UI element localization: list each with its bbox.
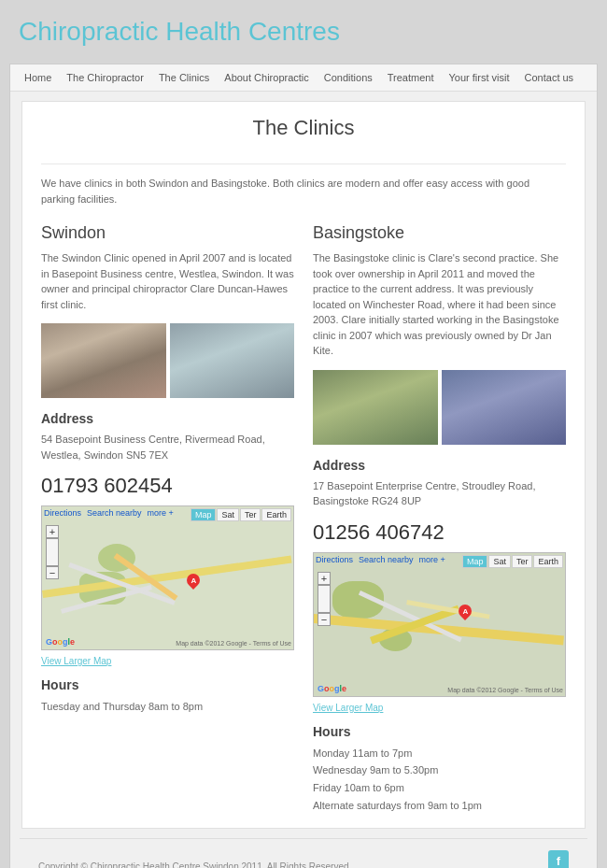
basingstoke-sat-btn[interactable]: Sat: [488, 555, 511, 568]
basingstoke-map: Map Sat Ter Earth Directions Search near…: [313, 552, 566, 697]
nav-about[interactable]: About Chiropractic: [224, 72, 309, 83]
swindon-map: Map Sat Ter Earth Directions Search near…: [41, 505, 294, 650]
basingstoke-photos: [313, 370, 566, 445]
page-heading: The Clinics: [41, 116, 566, 149]
swindon-phone: 01793 602454: [41, 474, 294, 498]
swindon-hours: Tuesday and Thursday 8am to 8pm: [41, 698, 294, 716]
basingstoke-map-toolbar: Map Sat Ter Earth: [462, 555, 563, 568]
basingstoke-map-directions: Directions Search nearby more +: [316, 555, 445, 564]
nav-first-visit[interactable]: Your first visit: [449, 72, 510, 83]
basingstoke-map-bg: A Google Map data ©2012 Google - Terms o…: [314, 553, 565, 696]
basingstoke-view-larger-map[interactable]: View Larger Map: [313, 703, 566, 713]
swindon-more-link[interactable]: more +: [148, 508, 174, 518]
basingstoke-hours-line-3: Friday 10am to 6pm: [313, 782, 404, 793]
swindon-sat-btn[interactable]: Sat: [217, 508, 239, 521]
basingstoke-zoom-controls: + −: [318, 572, 331, 626]
nav-bar: Home The Chiropractor The Clinics About …: [10, 64, 597, 92]
footer: Copyright © Chiropractic Health Centre S…: [20, 838, 587, 868]
intro-text: We have clinics in both Swindon and Basi…: [41, 176, 566, 206]
basingstoke-hours-heading: Hours: [313, 724, 566, 739]
swindon-name: Swindon: [41, 223, 294, 243]
swindon-section: Swindon The Swindon Clinic opened in Apr…: [41, 223, 294, 814]
footer-right: f Web Design Oxfordshire by Podium Studi…: [405, 850, 569, 868]
swindon-address: 54 Basepoint Business Centre, Rivermead …: [41, 432, 294, 462]
basingstoke-photo-1: [313, 370, 438, 445]
main-container: Home The Chiropractor The Clinics About …: [9, 64, 598, 868]
swindon-map-data: Map data ©2012 Google - Terms of Use: [176, 640, 291, 647]
swindon-zoom-in[interactable]: +: [46, 525, 59, 538]
swindon-map-bg: A Google Map data ©2012 Google - Terms o…: [42, 506, 293, 649]
basingstoke-zoom-bar[interactable]: [318, 585, 331, 613]
basingstoke-hours-line-2: Wednesday 9am to 5.30pm: [313, 764, 438, 776]
swindon-map-directions: Directions Search nearby more +: [44, 508, 174, 518]
facebook-icon[interactable]: f: [548, 850, 569, 868]
clinics-grid: Swindon The Swindon Clinic opened in Apr…: [41, 223, 566, 814]
swindon-ter-btn[interactable]: Ter: [240, 508, 261, 521]
nav-home[interactable]: Home: [24, 72, 51, 83]
basingstoke-hours-line-4: Alternate saturdays from 9am to 1pm: [313, 800, 482, 811]
nav-conditions[interactable]: Conditions: [324, 72, 373, 83]
basingstoke-map-data: Map data ©2012 Google - Terms of Use: [447, 687, 563, 693]
basingstoke-description: The Basingstoke clinic is Clare's second…: [313, 250, 566, 359]
footer-copyright: Copyright © Chiropractic Health Centre S…: [38, 861, 351, 868]
nav-contact[interactable]: Contact us: [525, 72, 574, 83]
basingstoke-hours-line-1: Monday 11am to 7pm: [313, 747, 412, 759]
site-title: Chiropractic Health Centres: [19, 17, 588, 47]
swindon-hours-heading: Hours: [41, 677, 294, 692]
basingstoke-marker-badge: A: [456, 602, 474, 620]
swindon-google-logo: Google: [46, 637, 75, 647]
header: Chiropractic Health Centres: [0, 0, 607, 64]
nav-clinics[interactable]: The Clinics: [159, 72, 209, 83]
swindon-map-btn[interactable]: Map: [191, 508, 217, 521]
basingstoke-hours: Monday 11am to 7pm Wednesday 9am to 5.30…: [313, 745, 566, 815]
swindon-directions-link[interactable]: Directions: [44, 508, 81, 518]
basingstoke-google-logo: Google: [318, 684, 346, 693]
swindon-photos: [41, 323, 294, 398]
basingstoke-search-link[interactable]: Search nearby: [359, 555, 414, 564]
basingstoke-ter-btn[interactable]: Ter: [512, 555, 533, 568]
swindon-photo-2: [170, 323, 295, 398]
basingstoke-zoom-out[interactable]: −: [318, 613, 331, 626]
swindon-view-larger-map[interactable]: View Larger Map: [41, 656, 294, 666]
basingstoke-address-heading: Address: [313, 458, 566, 473]
basingstoke-phone: 01256 406742: [313, 520, 566, 545]
basingstoke-name: Basingstoke: [313, 223, 566, 243]
basingstoke-section: Basingstoke The Basingstoke clinic is Cl…: [313, 223, 566, 814]
basingstoke-earth-btn[interactable]: Earth: [533, 555, 563, 568]
page-content: The Clinics We have clinics in both Swin…: [21, 101, 586, 829]
swindon-address-heading: Address: [41, 411, 294, 426]
basingstoke-more-link[interactable]: more +: [419, 555, 445, 564]
swindon-zoom-out[interactable]: −: [46, 566, 59, 579]
basingstoke-directions-link[interactable]: Directions: [316, 555, 353, 564]
nav-chiropractor[interactable]: The Chiropractor: [66, 72, 144, 83]
swindon-earth-btn[interactable]: Earth: [261, 508, 291, 521]
swindon-map-toolbar: Map Sat Ter Earth: [191, 508, 291, 521]
basingstoke-map-btn[interactable]: Map: [462, 555, 488, 568]
basingstoke-address: 17 Basepoint Enterprise Centre, Stroudle…: [313, 478, 566, 509]
swindon-description: The Swindon Clinic opened in April 2007 …: [41, 250, 294, 312]
swindon-search-link[interactable]: Search nearby: [87, 508, 142, 518]
divider-top: [41, 164, 566, 164]
basingstoke-zoom-in[interactable]: +: [318, 572, 331, 585]
swindon-zoom-bar[interactable]: [46, 538, 59, 566]
basingstoke-photo-2: [442, 370, 567, 445]
swindon-zoom-controls: + −: [46, 525, 59, 579]
swindon-photo-1: [41, 323, 166, 398]
nav-treatment[interactable]: Treatment: [388, 72, 434, 83]
